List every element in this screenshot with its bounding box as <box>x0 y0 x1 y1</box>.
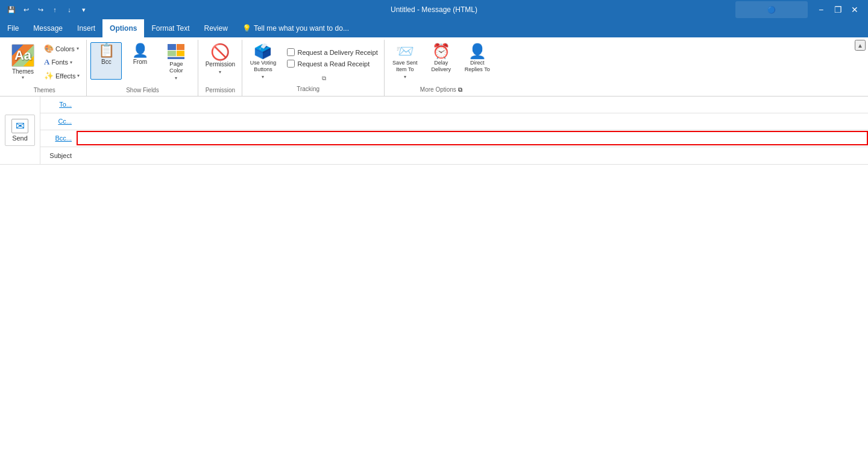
from-button[interactable]: 👤 From <box>124 42 156 80</box>
email-fields: To... Cc... Bcc... Subject <box>40 96 868 164</box>
bcc-input[interactable] <box>77 131 868 145</box>
cc-input[interactable] <box>77 114 868 128</box>
to-label-col: To... <box>40 100 77 109</box>
themes-group-content: Aa Themes ▾ 🎨 Colors ▾ A Fonts ▾ ✨ Ef <box>6 40 83 86</box>
effects-button[interactable]: ✨ Effects ▾ <box>41 69 83 82</box>
quick-access-toolbar: 💾 ↩ ↪ ↑ ↓ ▾ <box>5 3 90 16</box>
menu-format-text[interactable]: Format Text <box>144 19 197 37</box>
menu-bar: File Message Insert Options Format Text … <box>0 19 868 37</box>
ribbon-collapse-button[interactable]: ▲ <box>855 40 866 51</box>
save-sent-icon: 📨 <box>396 44 414 58</box>
tracking-checkboxes: Request a Delivery Receipt Request a Rea… <box>285 42 380 69</box>
email-body[interactable] <box>0 165 868 471</box>
down-qat-button[interactable]: ↓ <box>63 3 76 16</box>
delivery-receipt-input[interactable] <box>287 48 295 56</box>
tracking-group-label: Tracking ⧉ <box>246 84 380 95</box>
bcc-button[interactable]: 📋 Bcc <box>90 42 122 80</box>
page-color-icon-group <box>168 44 184 59</box>
window-title: Untitled - Message (HTML) <box>391 5 477 14</box>
themes-dropdown-arrow: ▾ <box>22 75 24 80</box>
tracking-expand-button[interactable]: ⧉ <box>320 74 329 83</box>
effects-icon: ✨ <box>44 71 54 80</box>
close-button[interactable]: ✕ <box>846 1 863 18</box>
page-color-button[interactable]: PageColor ▾ <box>158 42 194 83</box>
direct-replies-button[interactable]: 👤 DirectReplies To <box>461 42 494 80</box>
permission-icon: 🚫 <box>210 44 230 60</box>
subject-label: Subject <box>47 151 74 160</box>
themes-label: Themes <box>12 68 34 75</box>
to-field-row: To... <box>40 96 868 113</box>
read-receipt-input[interactable] <box>287 60 295 68</box>
send-label: Send <box>12 134 28 142</box>
save-sent-label: Save SentItem To <box>392 60 418 73</box>
fonts-icon: A <box>44 57 49 67</box>
compose-area: ✉ Send To... Cc... Bc <box>0 96 868 471</box>
cfe-group: 🎨 Colors ▾ A Fonts ▾ ✨ Effects ▾ <box>41 42 83 82</box>
save-qat-button[interactable]: 💾 <box>5 3 18 16</box>
cc-label-col: Cc... <box>40 116 77 126</box>
delivery-receipt-checkbox[interactable]: Request a Delivery Receipt <box>285 47 380 57</box>
ribbon-group-tracking: 🗳️ Use VotingButtons ▾ Request a Deliver… <box>242 40 384 96</box>
bcc-icon: 📋 <box>98 44 115 57</box>
menu-insert[interactable]: Insert <box>70 19 102 37</box>
ribbon-group-show-fields: 📋 Bcc 👤 From PageColo <box>87 40 198 96</box>
ribbon: Aa Themes ▾ 🎨 Colors ▾ A Fonts ▾ ✨ Ef <box>0 37 868 96</box>
up-qat-button[interactable]: ↑ <box>48 3 61 16</box>
undo-qat-button[interactable]: ↩ <box>19 3 33 16</box>
send-button-col: ✉ Send <box>0 96 40 164</box>
show-fields-group-label: Show Fields <box>90 86 194 95</box>
voting-label: Use VotingButtons <box>250 60 277 73</box>
ribbon-group-permission: 🚫 Permission ▾ Permission <box>198 40 242 96</box>
read-receipt-label: Request a Read Receipt <box>297 60 370 68</box>
permission-group-label: Permission <box>202 86 238 95</box>
cc-button[interactable]: Cc... <box>55 116 74 126</box>
direct-replies-icon: 👤 <box>468 44 486 58</box>
save-sent-item-button[interactable]: 📨 Save SentItem To ▾ <box>388 42 422 81</box>
page-color-grid <box>168 44 184 56</box>
from-icon: 👤 <box>132 44 148 57</box>
tracking-group-content: 🗳️ Use VotingButtons ▾ Request a Deliver… <box>246 40 380 84</box>
read-receipt-checkbox[interactable]: Request a Read Receipt <box>285 58 380 69</box>
delay-delivery-icon: ⏰ <box>432 44 450 58</box>
fonts-button[interactable]: A Fonts ▾ <box>41 55 83 69</box>
colors-icon: 🎨 <box>44 44 54 53</box>
ribbon-group-more-options: 📨 Save SentItem To ▾ ⏰ DelayDelivery 👤 D… <box>385 40 498 96</box>
voting-icon: 🗳️ <box>254 44 272 58</box>
ribbon-group-themes: Aa Themes ▾ 🎨 Colors ▾ A Fonts ▾ ✨ Ef <box>2 40 87 96</box>
send-button[interactable]: ✉ Send <box>5 115 35 146</box>
bcc-field-row: Bcc... <box>40 130 868 147</box>
menu-message[interactable]: Message <box>26 19 70 37</box>
to-input[interactable] <box>77 97 868 112</box>
more-options-expand-button[interactable]: ⧉ <box>458 86 462 93</box>
restore-button[interactable]: ❐ <box>829 1 846 18</box>
bcc-label-col: Bcc... <box>40 133 77 143</box>
themes-group-label: Themes <box>6 86 83 95</box>
delay-delivery-button[interactable]: ⏰ DelayDelivery <box>424 42 458 80</box>
title-bar: 💾 ↩ ↪ ↑ ↓ ▾ Untitled - Message (HTML) 🔵 … <box>0 0 868 19</box>
permission-button[interactable]: 🚫 Permission ▾ <box>202 42 238 80</box>
menu-file[interactable]: File <box>0 19 26 37</box>
themes-button[interactable]: Aa Themes ▾ <box>6 42 40 82</box>
permission-group-content: 🚫 Permission ▾ <box>202 40 238 86</box>
cc-field-row: Cc... <box>40 113 868 130</box>
themes-icon: Aa <box>11 44 34 67</box>
to-button[interactable]: To... <box>57 100 74 109</box>
menu-review[interactable]: Review <box>197 19 235 37</box>
menu-options[interactable]: Options <box>102 19 144 37</box>
delivery-receipt-label: Request a Delivery Receipt <box>297 49 377 56</box>
bcc-field-button[interactable]: Bcc... <box>52 133 74 143</box>
show-fields-group-content: 📋 Bcc 👤 From PageColo <box>90 40 194 86</box>
email-header-section: ✉ Send To... Cc... Bc <box>0 96 868 165</box>
subject-input[interactable] <box>77 148 868 163</box>
page-color-label: PageColor <box>169 60 183 74</box>
minimize-button[interactable]: − <box>813 1 829 18</box>
use-voting-buttons-button[interactable]: 🗳️ Use VotingButtons ▾ <box>246 42 280 81</box>
tell-me-bar[interactable]: 💡 Tell me what you want to do... <box>235 19 356 37</box>
direct-replies-label: DirectReplies To <box>465 60 490 73</box>
more-options-group-content: 📨 Save SentItem To ▾ ⏰ DelayDelivery 👤 D… <box>388 40 494 85</box>
colors-button[interactable]: 🎨 Colors ▾ <box>41 42 83 55</box>
delay-delivery-label: DelayDelivery <box>431 60 451 73</box>
redo-qat-button[interactable]: ↪ <box>34 3 47 16</box>
send-icon: ✉ <box>11 119 28 133</box>
customize-qat-button[interactable]: ▾ <box>77 3 90 16</box>
